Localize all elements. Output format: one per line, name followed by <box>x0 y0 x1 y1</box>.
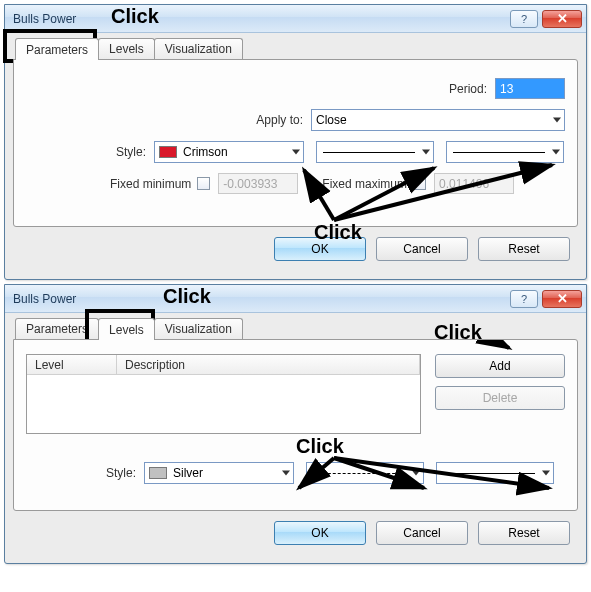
fixed-min-checkbox[interactable] <box>197 177 210 190</box>
window-title: Bulls Power <box>13 12 510 26</box>
dialog-footer: OK Cancel Reset <box>13 227 578 271</box>
help-icon: ? <box>521 293 527 305</box>
titlebar[interactable]: Bulls Power ? ✕ <box>5 5 586 33</box>
style-line-width-select[interactable] <box>436 462 554 484</box>
close-button[interactable]: ✕ <box>542 10 582 28</box>
help-button[interactable]: ? <box>510 10 538 28</box>
style-color-select[interactable]: Silver <box>144 462 294 484</box>
apply-to-label: Apply to: <box>113 113 303 127</box>
dialog-footer: OK Cancel Reset <box>13 511 578 555</box>
titlebar[interactable]: Bulls Power ? ✕ <box>5 285 586 313</box>
line-sample-icon <box>453 152 545 153</box>
delete-button: Delete <box>435 386 565 410</box>
titlebar-buttons: ? ✕ <box>510 290 582 308</box>
parameters-panel: Period: Apply to: Close Style: Crimson <box>13 59 578 227</box>
levels-panel: Level Description Add Delete Click Style… <box>13 339 578 511</box>
chevron-down-icon <box>292 150 300 155</box>
close-icon: ✕ <box>557 11 568 26</box>
fixed-min-label: Fixed minimum <box>110 177 191 191</box>
levels-list-header: Level Description <box>27 355 420 375</box>
style-label: Style: <box>26 145 146 159</box>
fixed-max-checkbox[interactable] <box>413 177 426 190</box>
close-icon: ✕ <box>557 291 568 306</box>
dialog-bulls-power-parameters: Bulls Power ? ✕ Parameters Levels Visual… <box>4 4 587 280</box>
chevron-down-icon <box>282 471 290 476</box>
col-description[interactable]: Description <box>117 355 420 375</box>
fixed-max-label: Fixed maximum <box>322 177 407 191</box>
apply-to-select[interactable]: Close <box>311 109 565 131</box>
period-label: Period: <box>449 82 487 96</box>
chevron-down-icon <box>422 150 430 155</box>
annotation-click-label: Click <box>296 436 344 456</box>
style-line-pattern-select[interactable] <box>316 141 434 163</box>
line-sample-icon <box>313 473 405 474</box>
chevron-down-icon <box>412 471 420 476</box>
help-icon: ? <box>521 13 527 25</box>
tab-strip: Parameters Levels Visualization <box>15 37 578 59</box>
tab-visualization[interactable]: Visualization <box>154 38 243 59</box>
fixed-max-input <box>434 173 514 194</box>
tab-levels[interactable]: Levels <box>98 318 155 340</box>
help-button[interactable]: ? <box>510 290 538 308</box>
color-swatch-icon <box>149 467 167 479</box>
period-input[interactable] <box>495 78 565 99</box>
chevron-down-icon <box>542 471 550 476</box>
line-sample-icon <box>443 473 535 474</box>
tab-strip: Parameters Levels Visualization <box>15 317 578 339</box>
dialog-bulls-power-levels: Bulls Power ? ✕ Parameters Levels Visual… <box>4 284 587 564</box>
style-color-name: Silver <box>173 466 289 480</box>
close-button[interactable]: ✕ <box>542 290 582 308</box>
titlebar-buttons: ? ✕ <box>510 10 582 28</box>
line-sample-icon <box>323 152 415 153</box>
fixed-min-input <box>218 173 298 194</box>
window-title: Bulls Power <box>13 292 510 306</box>
add-button[interactable]: Add <box>435 354 565 378</box>
ok-button[interactable]: OK <box>274 237 366 261</box>
style-color-name: Crimson <box>183 145 299 159</box>
tab-parameters[interactable]: Parameters <box>15 38 99 60</box>
reset-button[interactable]: Reset <box>478 237 570 261</box>
tab-parameters[interactable]: Parameters <box>15 318 99 339</box>
apply-to-value: Close <box>316 113 560 127</box>
style-label: Style: <box>26 466 136 480</box>
color-swatch-icon <box>159 146 177 158</box>
tab-visualization[interactable]: Visualization <box>154 318 243 339</box>
cancel-button[interactable]: Cancel <box>376 237 468 261</box>
style-line-pattern-select[interactable] <box>306 462 424 484</box>
chevron-down-icon <box>552 150 560 155</box>
col-level[interactable]: Level <box>27 355 117 375</box>
style-color-select[interactable]: Crimson <box>154 141 304 163</box>
ok-button[interactable]: OK <box>274 521 366 545</box>
style-line-width-select[interactable] <box>446 141 564 163</box>
cancel-button[interactable]: Cancel <box>376 521 468 545</box>
tab-levels[interactable]: Levels <box>98 38 155 59</box>
reset-button[interactable]: Reset <box>478 521 570 545</box>
levels-list[interactable]: Level Description <box>26 354 421 434</box>
chevron-down-icon <box>553 118 561 123</box>
